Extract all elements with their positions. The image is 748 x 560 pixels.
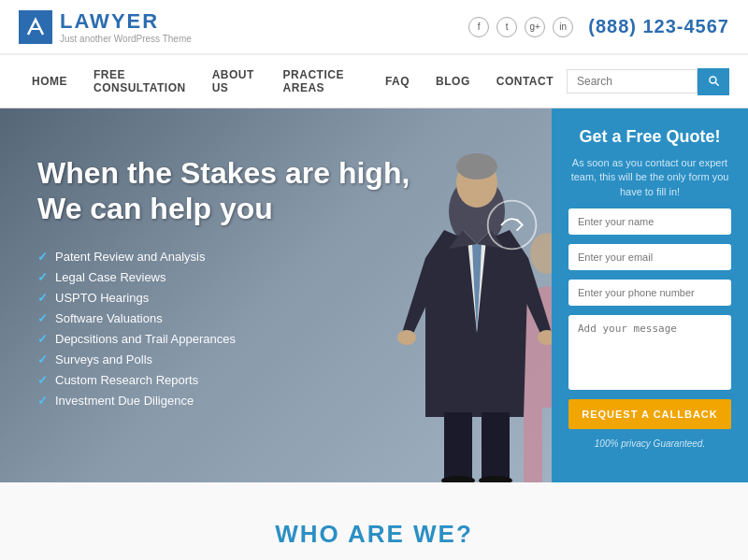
nav-links: HOME FREE CONSULTATION ABOUT US PRACTICE… (19, 55, 567, 108)
list-item: Surveys and Polls (37, 352, 524, 366)
logo-icon (19, 10, 52, 44)
nav-home[interactable]: HOME (19, 62, 80, 101)
phone-input[interactable] (568, 280, 731, 306)
svg-point-12 (488, 201, 537, 250)
hero-content: When the Stakes are high, We can help yo… (0, 108, 552, 482)
logo-area: LAWYER Just another WordPress Theme (19, 9, 192, 44)
callback-button[interactable]: REQUEST A CALLBACK (568, 399, 731, 429)
arrow-circle (484, 197, 540, 257)
search-area (567, 68, 729, 95)
googleplus-icon[interactable]: g+ (525, 17, 545, 37)
logo-tagline: Just another WordPress Theme (60, 34, 192, 44)
quote-form: Get a Free Quote! As soon as you contact… (552, 108, 748, 482)
name-input[interactable] (568, 208, 731, 235)
header-right: f t g+ in (888) 123-4567 (468, 16, 729, 37)
hero-section: When the Stakes are high, We can help yo… (0, 108, 748, 482)
linkedin-icon[interactable]: in (553, 17, 573, 37)
who-section: WHO ARE WE? Lorem ipsum dolor sit amet, … (0, 482, 748, 560)
quote-form-title: Get a Free Quote! (568, 127, 731, 147)
hero-title: When the Stakes are high, We can help yo… (37, 155, 524, 227)
nav-contact[interactable]: CONTACT (483, 62, 567, 101)
list-item: Depcsitions and Trail Apperances (37, 332, 524, 346)
search-input[interactable] (567, 69, 698, 93)
logo-name: LAWYER (60, 9, 192, 34)
privacy-text: 100% privacy Guaranteed. (568, 438, 731, 449)
header: LAWYER Just another WordPress Theme f t … (0, 0, 748, 54)
hero-list: Patent Review and Analysis Legal Case Re… (37, 250, 524, 408)
nav: HOME FREE CONSULTATION ABOUT US PRACTICE… (0, 54, 748, 108)
who-title: WHO ARE WE? (19, 520, 729, 549)
list-item: Patent Review and Analysis (37, 250, 524, 264)
quote-form-subtitle: As soon as you contact our expert team, … (568, 156, 731, 199)
facebook-icon[interactable]: f (468, 17, 489, 37)
list-item: Investment Due Diligence (37, 394, 524, 408)
list-item: Custom Research Reports (37, 373, 524, 387)
email-input[interactable] (568, 244, 731, 270)
social-icons: f t g+ in (468, 17, 573, 37)
list-item: Software Valuations (37, 311, 524, 325)
nav-about-us[interactable]: ABOUT US (199, 55, 270, 108)
list-item: Legal Case Reviews (37, 270, 524, 284)
twitter-icon[interactable]: t (496, 17, 517, 37)
search-button[interactable] (698, 68, 729, 95)
nav-faq[interactable]: FAQ (372, 62, 423, 101)
message-input[interactable] (568, 315, 731, 390)
nav-free-consultation[interactable]: FREE CONSULTATION (80, 55, 199, 108)
phone-number: (888) 123-4567 (588, 16, 729, 37)
list-item: USPTO Hearings (37, 291, 524, 305)
nav-blog[interactable]: BLOG (423, 62, 483, 101)
logo-text: LAWYER Just another WordPress Theme (60, 9, 192, 44)
nav-practice-areas[interactable]: PRACTICE AREAS (270, 55, 372, 108)
